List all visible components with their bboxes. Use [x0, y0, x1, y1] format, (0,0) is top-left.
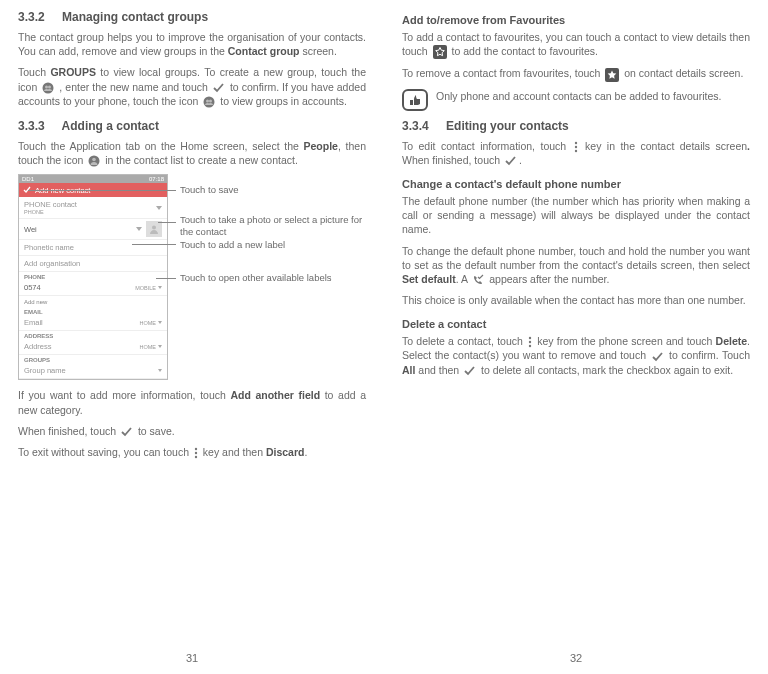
annotation-save: Touch to save	[180, 184, 366, 196]
add-contact-icon	[88, 155, 100, 167]
accounts-group-icon	[203, 96, 215, 108]
page-number-right: 32	[402, 652, 750, 674]
right-page: Add to/remove from Favourites To add a c…	[384, 10, 754, 674]
phone-phonetic-row: Phonetic name	[19, 240, 167, 256]
phone-section-phone: PHONE	[19, 272, 167, 280]
heading-332-num: 3.3.2	[18, 10, 45, 24]
check-icon	[652, 352, 664, 362]
phone-check-icon	[472, 274, 484, 286]
leader-line	[132, 244, 176, 245]
star-filled-icon	[605, 68, 619, 82]
heading-334-num: 3.3.4	[402, 119, 429, 133]
phone-account-row: PHONE contact PHONE	[19, 197, 167, 219]
svg-point-2	[48, 85, 51, 88]
note-text: Only phone and account contacts can be a…	[436, 89, 721, 104]
phone-org-row: Add organisation	[19, 256, 167, 272]
heading-delete: Delete a contact	[402, 318, 750, 330]
avatar-placeholder-icon	[146, 221, 162, 237]
svg-point-11	[195, 456, 197, 458]
star-outline-icon	[433, 45, 447, 59]
svg-rect-14	[410, 100, 413, 105]
leader-line	[158, 222, 176, 223]
chevron-down-icon	[158, 321, 162, 324]
heading-favourites: Add to/remove from Favourites	[402, 14, 750, 26]
chevron-down-icon	[156, 206, 162, 210]
heading-change-default: Change a contact's default phone number	[402, 178, 750, 190]
heading-333-title: Adding a contact	[62, 119, 159, 133]
annotation-label: Touch to add a new label	[180, 239, 366, 251]
screenshot-row: DD1 07:18 Add new contact PHONE contact …	[18, 174, 366, 380]
heading-333-num: 3.3.3	[18, 119, 45, 133]
para-333-1: Touch the Application tab on the Home sc…	[18, 139, 366, 167]
svg-point-18	[529, 337, 531, 339]
para-333-2: If you want to add more information, tou…	[18, 388, 366, 416]
para-333-3: When finished, touch to save.	[18, 424, 366, 438]
leader-line	[28, 190, 176, 191]
para-fav-2: To remove a contact from favourites, tou…	[402, 66, 750, 81]
para-default-2: To change the default phone number, touc…	[402, 244, 750, 287]
chevron-down-icon	[158, 345, 162, 348]
note-icon	[402, 89, 428, 111]
svg-point-9	[195, 448, 197, 450]
chevron-down-icon	[158, 286, 162, 289]
para-default-3: This choice is only available when the c…	[402, 293, 750, 307]
annotation-photo: Touch to take a photo or select a pictur…	[180, 214, 366, 238]
menu-icon	[528, 336, 532, 348]
svg-point-16	[574, 146, 576, 148]
page-number-left: 31	[18, 652, 366, 674]
heading-333: 3.3.3 Adding a contact	[18, 119, 366, 133]
svg-point-7	[92, 158, 96, 162]
phone-statusbar: DD1 07:18	[19, 175, 167, 183]
phone-email-row: Email HOME	[19, 315, 167, 331]
para-332-1: The contact group helps you to improve t…	[18, 30, 366, 58]
para-edit-1: To edit contact information, touch key i…	[402, 139, 750, 167]
check-icon	[213, 83, 225, 93]
para-default-1: The default phone number (the number whi…	[402, 194, 750, 237]
para-fav-1: To add a contact to favourites, you can …	[402, 30, 750, 59]
para-333-4: To exit without saving, you can touch ke…	[18, 445, 366, 459]
chevron-down-icon	[136, 227, 142, 231]
svg-point-10	[195, 452, 197, 454]
heading-332-title: Managing contact groups	[62, 10, 208, 24]
phone-number-row: 0574 MOBILE	[19, 280, 167, 296]
add-group-icon	[42, 82, 54, 94]
heading-334: 3.3.4 Editing your contacts	[402, 119, 750, 133]
annotation-other-labels: Touch to open other available labels	[180, 272, 366, 284]
phone-addnew-row: Add new	[19, 296, 167, 307]
phone-section-address: ADDRESS	[19, 331, 167, 339]
heading-334-title: Editing your contacts	[446, 119, 569, 133]
svg-point-20	[529, 345, 531, 347]
phone-group-row: Group name	[19, 363, 167, 379]
phone-name-row: Wei	[19, 219, 167, 240]
menu-icon	[194, 447, 198, 459]
leader-line	[156, 278, 176, 279]
check-icon	[464, 366, 476, 376]
menu-icon	[574, 141, 578, 153]
left-page: 3.3.2 Managing contact groups The contac…	[14, 10, 384, 674]
phone-address-row: Address HOME	[19, 339, 167, 355]
note-favourites: Only phone and account contacts can be a…	[402, 89, 750, 111]
svg-point-3	[204, 96, 215, 107]
para-332-2: Touch GROUPS to view local groups. To cr…	[18, 65, 366, 108]
heading-332: 3.3.2 Managing contact groups	[18, 10, 366, 24]
svg-point-5	[209, 99, 212, 102]
chevron-down-icon	[158, 369, 162, 372]
check-icon	[121, 427, 133, 437]
phone-mock: DD1 07:18 Add new contact PHONE contact …	[18, 174, 168, 380]
svg-point-1	[45, 85, 48, 88]
phone-section-groups: GROUPS	[19, 355, 167, 363]
svg-point-15	[574, 142, 576, 144]
svg-point-4	[206, 99, 209, 102]
svg-point-19	[529, 341, 531, 343]
svg-point-17	[574, 150, 576, 152]
svg-point-8	[152, 226, 156, 230]
phone-section-email: EMAIL	[19, 307, 167, 315]
svg-point-0	[43, 82, 54, 93]
check-icon	[505, 156, 517, 166]
para-delete-1: To delete a contact, touch key from the …	[402, 334, 750, 377]
